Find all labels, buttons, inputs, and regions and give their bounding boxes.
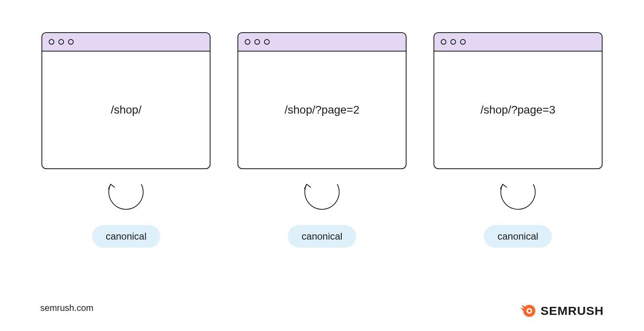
browser-body: /shop/?page=3 [434,52,602,168]
panel-1: /shop/ canonical [40,32,212,248]
self-reference-arrow-icon [96,180,156,219]
browser-window: /shop/ [41,32,211,169]
url-label: /shop/?page=3 [481,103,555,116]
window-dot-icon [58,39,64,45]
panel-2: /shop/?page=2 canonical [236,32,408,248]
svg-point-2 [528,310,530,312]
browser-titlebar [434,33,602,52]
window-dot-icon [245,39,250,45]
brand-name: SEMRUSH [541,304,604,318]
brand-fireball-icon [520,303,537,319]
browser-window: /shop/?page=3 [433,32,603,169]
browser-body: /shop/ [42,52,210,168]
window-dot-icon [68,39,74,45]
self-reference-arrow-icon [488,180,548,219]
diagram-row: /shop/ canonical /shop/?page=2 [0,0,644,248]
url-label: /shop/ [111,103,141,116]
browser-titlebar [42,33,210,52]
browser-body: /shop/?page=2 [238,52,406,168]
footer-domain: semrush.com [40,303,93,313]
window-dot-icon [441,39,446,45]
pill-label: canonical [301,231,342,242]
canonical-pill: canonical [92,225,160,248]
pill-label: canonical [497,231,538,242]
window-dot-icon [460,39,466,45]
self-reference-arrow-icon [292,180,352,219]
brand-logo: SEMRUSH [520,303,604,319]
pill-label: canonical [106,231,147,242]
browser-window: /shop/?page=2 [237,32,407,169]
canonical-pill: canonical [484,225,552,248]
panel-3: /shop/?page=3 canonical [432,32,604,248]
url-label: /shop/?page=2 [285,103,359,116]
window-dot-icon [254,39,260,45]
window-dot-icon [49,39,54,45]
browser-titlebar [238,33,406,52]
window-dot-icon [450,39,456,45]
window-dot-icon [264,39,270,45]
canonical-pill: canonical [288,225,356,248]
